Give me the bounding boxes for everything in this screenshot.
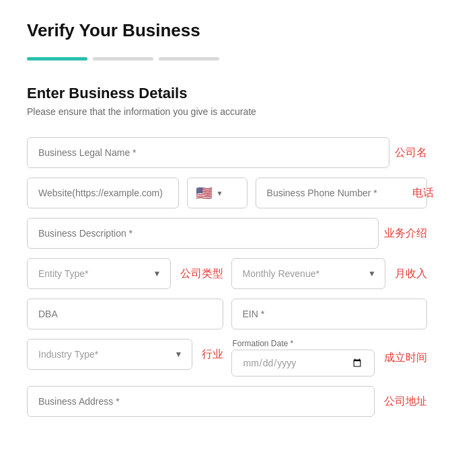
entity-type-select[interactable]: Entity Type* xyxy=(27,258,171,289)
formation-date-annotation: 成立时间 xyxy=(384,351,427,365)
progress-bar xyxy=(27,57,427,61)
ein-input[interactable] xyxy=(231,299,428,329)
formation-date-input[interactable] xyxy=(231,350,375,376)
progress-step-1 xyxy=(27,57,87,61)
monthly-revenue-select[interactable]: Monthly Revenue* xyxy=(231,258,386,289)
dba-ein-row xyxy=(27,299,427,329)
phone-input[interactable] xyxy=(256,177,427,208)
dba-input[interactable] xyxy=(27,299,223,329)
monthly-revenue-annotation: 月收入 xyxy=(395,267,427,281)
business-address-group: 公司地址 xyxy=(27,386,427,417)
section-title: Enter Business Details xyxy=(27,85,427,102)
monthly-revenue-select-wrapper: Monthly Revenue* ▼ xyxy=(231,258,386,289)
business-legal-name-group: 公司名 xyxy=(27,137,427,168)
formation-date-label: Formation Date * xyxy=(231,339,375,348)
website-input[interactable] xyxy=(27,177,179,208)
entity-revenue-row: Entity Type* ▼ 公司类型 Monthly Revenue* ▼ 月… xyxy=(27,258,427,289)
business-legal-name-input[interactable] xyxy=(27,137,389,168)
business-address-input[interactable] xyxy=(27,386,375,417)
page-title: Verify Your Business xyxy=(27,20,427,41)
entity-type-group: Entity Type* ▼ 公司类型 xyxy=(27,258,223,289)
business-address-annotation: 公司地址 xyxy=(384,395,427,409)
section-subtitle: Please ensure that the information you g… xyxy=(27,106,427,117)
industry-type-group: Industry Type* ▼ 行业 xyxy=(27,339,223,376)
progress-step-2 xyxy=(93,57,153,61)
phone-annotation: 电话 xyxy=(412,186,434,200)
industry-formation-row: Industry Type* ▼ 行业 Formation Date * 成立时… xyxy=(27,339,427,376)
flag-chevron-icon: ▼ xyxy=(217,190,223,197)
ein-group xyxy=(231,299,428,329)
website-phone-row: 🇺🇸 ▼ 电话 xyxy=(27,177,427,208)
monthly-revenue-group: Monthly Revenue* ▼ 月收入 xyxy=(231,258,428,289)
business-legal-name-annotation: 公司名 xyxy=(395,146,427,160)
business-description-input[interactable] xyxy=(27,218,379,249)
entity-type-select-wrapper: Entity Type* ▼ xyxy=(27,258,171,289)
business-description-group: 业务介绍 xyxy=(27,218,427,249)
formation-date-group: Formation Date * 成立时间 xyxy=(231,339,428,376)
phone-input-wrapper: 电话 xyxy=(256,177,427,208)
industry-type-annotation: 行业 xyxy=(202,348,223,362)
us-flag-icon: 🇺🇸 xyxy=(196,186,213,200)
country-flag-selector[interactable]: 🇺🇸 ▼ xyxy=(187,177,248,208)
business-description-annotation: 业务介绍 xyxy=(384,227,427,241)
progress-step-3 xyxy=(159,57,219,61)
industry-type-select[interactable]: Industry Type* xyxy=(27,339,192,370)
entity-type-annotation: 公司类型 xyxy=(180,267,223,281)
dba-group xyxy=(27,299,223,329)
industry-type-select-wrapper: Industry Type* ▼ xyxy=(27,339,192,370)
